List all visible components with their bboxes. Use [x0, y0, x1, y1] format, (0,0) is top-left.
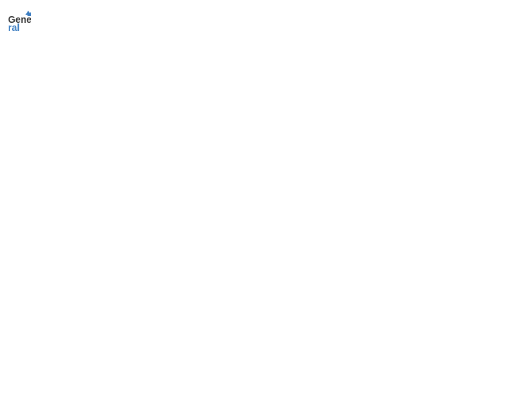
- svg-text:ral: ral: [8, 22, 19, 33]
- header: Gene ral: [7, 7, 525, 34]
- logo: Gene ral: [7, 9, 34, 34]
- logo-icon: Gene ral: [7, 9, 31, 34]
